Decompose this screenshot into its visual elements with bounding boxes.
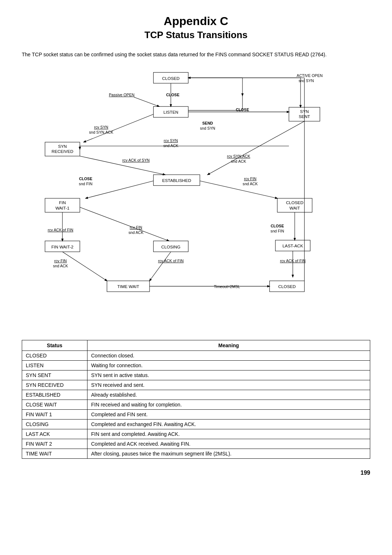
status-cell: TIME WAIT (22, 449, 87, 459)
status-cell: SYN RECEIVED (22, 380, 87, 390)
svg-text:snd ACK: snd ACK (53, 264, 68, 268)
table-row: FIN WAIT 1Completed and FIN sent. (22, 410, 370, 420)
svg-text:SEND: SEND (202, 121, 213, 125)
meaning-cell: FIN sent and completed. Awaiting ACK. (87, 429, 370, 439)
table-row: FIN WAIT 2Completed and ACK received. Aw… (22, 439, 370, 449)
status-cell: LAST ACK (22, 429, 87, 439)
svg-line-67 (150, 252, 171, 281)
svg-text:CLOSED: CLOSED (162, 76, 180, 81)
svg-text:CLOSE: CLOSE (271, 224, 284, 228)
svg-line-54 (80, 207, 169, 241)
meaning-cell: Completed and FIN sent. (87, 410, 370, 420)
svg-text:FIN WAIT-2: FIN WAIT-2 (52, 244, 74, 249)
svg-text:SYN: SYN (58, 144, 67, 149)
svg-line-41 (200, 181, 277, 198)
meaning-cell: Connection closed. (87, 351, 370, 361)
svg-text:LAST-ACK: LAST-ACK (282, 243, 303, 248)
svg-text:CLOSE: CLOSE (79, 177, 93, 181)
svg-line-66 (62, 252, 107, 281)
col-status: Status (22, 340, 87, 351)
meaning-cell: Completed and ACK received. Awaiting FIN… (87, 439, 370, 449)
svg-text:CLOSED: CLOSED (278, 284, 296, 289)
table-row: CLOSE WAITFIN received and waiting for c… (22, 400, 370, 410)
status-cell: ESTABLISHED (22, 390, 87, 400)
svg-text:rcv FIN: rcv FIN (244, 177, 256, 181)
svg-text:snd ACK: snd ACK (231, 159, 246, 163)
svg-text:snd ACK: snd ACK (163, 143, 178, 148)
status-cell: FIN WAIT 1 (22, 410, 87, 420)
col-meaning: Meaning (87, 340, 370, 351)
svg-text:snd ACK: snd ACK (243, 182, 258, 186)
table-row: TIME WAITAfter closing, pauses twice the… (22, 449, 370, 459)
status-table: Status Meaning CLOSEDConnection closed.L… (22, 340, 370, 459)
appendix-title: Appendix C (22, 15, 370, 28)
status-cell: CLOSING (22, 420, 87, 429)
table-row: CLOSEDConnection closed. (22, 351, 370, 361)
svg-text:WAIT: WAIT (290, 206, 300, 210)
svg-text:ACTIVE OPEN: ACTIVE OPEN (297, 73, 323, 78)
meaning-cell: Already established. (87, 390, 370, 400)
svg-text:ESTABLISHED: ESTABLISHED (162, 178, 191, 183)
page-number: 199 (22, 470, 370, 476)
table-row: ESTABLISHEDAlready established. (22, 390, 370, 400)
meaning-cell: Completed and exchanged FIN. Awaiting AC… (87, 420, 370, 429)
svg-text:CLOSING: CLOSING (161, 244, 180, 249)
svg-text:CLOSED: CLOSED (286, 200, 303, 205)
svg-text:rcv ACK of SYN: rcv ACK of SYN (122, 158, 150, 162)
svg-text:snd FIN: snd FIN (270, 229, 284, 233)
meaning-cell: SYN received and sent. (87, 380, 370, 390)
table-row: CLOSINGCompleted and exchanged FIN. Awai… (22, 420, 370, 429)
svg-line-9 (134, 97, 159, 107)
svg-text:rcv SYN: rcv SYN (164, 138, 178, 143)
table-row: SYN RECEIVEDSYN received and sent. (22, 380, 370, 390)
status-cell: CLOSE WAIT (22, 400, 87, 410)
svg-text:snd SYN,ACK: snd SYN,ACK (89, 130, 113, 134)
status-cell: CLOSED (22, 351, 87, 361)
meaning-cell: FIN received and waiting for completion. (87, 400, 370, 410)
tcp-diagram: CLOSED ACTIVE OPEN snd SYN Passive OPEN … (22, 65, 370, 329)
svg-text:WAIT-1: WAIT-1 (56, 206, 70, 210)
table-row: LAST ACKFIN sent and completed. Awaiting… (22, 429, 370, 439)
svg-text:rcv FIN: rcv FIN (130, 225, 142, 230)
table-row: SYN SENTSYN sent in active status. (22, 370, 370, 380)
svg-text:rcv ACK of FIN: rcv ACK of FIN (158, 259, 183, 263)
svg-text:RECEIVED: RECEIVED (52, 149, 73, 154)
svg-text:Timeout=2MSL: Timeout=2MSL (214, 284, 240, 289)
meaning-cell: After closing, pauses twice the maximum … (87, 449, 370, 459)
svg-text:LISTEN: LISTEN (163, 110, 178, 114)
svg-text:rcv FIN: rcv FIN (54, 259, 66, 263)
status-cell: FIN WAIT 2 (22, 439, 87, 449)
table-row: LISTENWaiting for connection. (22, 361, 370, 370)
svg-text:Passive OPEN: Passive OPEN (109, 93, 134, 97)
svg-text:rcv ACK of FIN: rcv ACK of FIN (48, 228, 73, 232)
meaning-cell: Waiting for connection. (87, 361, 370, 370)
svg-line-40 (86, 181, 154, 198)
intro-paragraph: The TCP socket status can be confirmed u… (22, 52, 370, 57)
status-cell: LISTEN (22, 361, 87, 370)
svg-text:snd SYN: snd SYN (200, 126, 215, 130)
meaning-cell: SYN sent in active status. (87, 370, 370, 380)
svg-text:TIME WAIT: TIME WAIT (117, 284, 139, 289)
svg-text:rcv SYN: rcv SYN (94, 125, 108, 129)
svg-text:snd SYN: snd SYN (299, 78, 314, 83)
page-subtitle: TCP Status Transitions (22, 29, 370, 41)
svg-text:FIN: FIN (59, 200, 66, 205)
svg-text:CLOSE: CLOSE (166, 93, 180, 97)
svg-line-33 (208, 121, 305, 175)
svg-text:snd FIN: snd FIN (79, 182, 92, 186)
svg-text:snd ACK: snd ACK (128, 230, 143, 235)
status-cell: SYN SENT (22, 370, 87, 380)
